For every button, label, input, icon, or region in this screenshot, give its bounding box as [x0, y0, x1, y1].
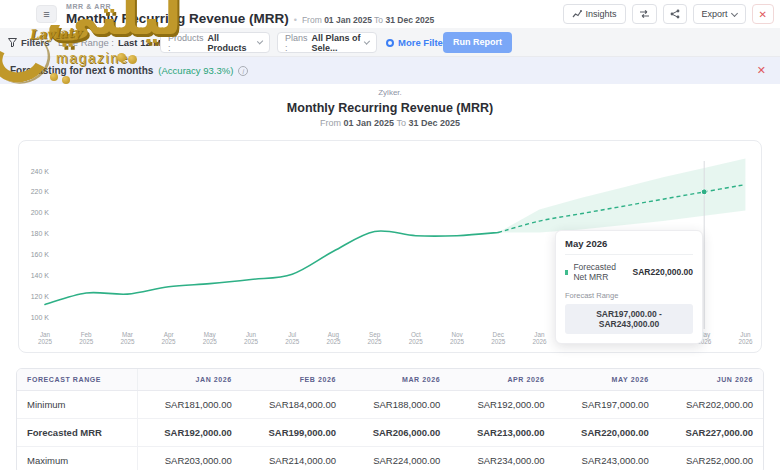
forecast-table: Forecast RangeJan 2026Feb 2026Mar 2026Ap…: [17, 369, 763, 470]
table-cell: SAR192,000.00: [137, 419, 242, 447]
dot-separator: •: [294, 15, 297, 25]
forecast-accuracy: (Accuracy 93.3%): [158, 65, 233, 76]
tooltip-range-label: Forecast Range: [565, 291, 693, 300]
y-axis-tick: 120 K: [31, 293, 50, 300]
table-column-header: Apr 2026: [450, 369, 554, 391]
run-report-button[interactable]: Run Report: [443, 32, 512, 53]
to-date: 31 Dec 2025: [385, 15, 434, 25]
table-cell: SAR214,000.00: [242, 447, 346, 470]
chart-header: Zylker. Monthly Recurring Revenue (MRR) …: [0, 88, 780, 128]
brand-name: Zylker.: [0, 88, 780, 97]
customize-button[interactable]: [632, 4, 657, 24]
table-column-header: Jun 2026: [659, 369, 763, 391]
page-title: Monthly Recurring Revenue (MRR): [66, 11, 289, 26]
insights-button[interactable]: Insights: [563, 4, 626, 24]
x-axis-tick: Jan2025: [38, 331, 53, 345]
header-date-range: From 01 Jan 2025 To 31 Dec 2025: [302, 15, 434, 25]
tooltip-series-label: Forecasted Net MRR: [573, 262, 627, 282]
table-cell: SAR206,000.00: [346, 419, 450, 447]
report-category: MRR & ARR: [66, 3, 434, 10]
x-axis-tick: Jun2026: [738, 331, 753, 345]
funnel-icon: [8, 38, 17, 47]
x-axis-tick: Aug2025: [326, 331, 341, 345]
y-axis-tick: 140 K: [31, 272, 50, 279]
x-axis-tick: Nov2025: [450, 331, 465, 345]
y-axis-tick: 240 K: [31, 168, 50, 175]
forecast-banner-text: Forecasting for next 6 months: [10, 65, 153, 76]
tooltip-series-value: SAR220,000.00: [633, 267, 694, 277]
x-axis-tick: Oct2025: [409, 331, 424, 345]
x-axis-tick: Dec2025: [491, 331, 506, 345]
from-label: From: [302, 15, 322, 25]
filters-label: Filters: [21, 37, 50, 48]
forecast-banner: Forecasting for next 6 months (Accuracy …: [0, 57, 780, 84]
products-value: All Products: [208, 33, 254, 53]
top-actions: Insights Export ✕: [563, 4, 774, 24]
highlight-point: [701, 189, 707, 195]
table-cell: SAR199,000.00: [242, 419, 346, 447]
table-cell: SAR181,000.00: [137, 391, 242, 419]
table-column-header: Mar 2026: [346, 369, 450, 391]
table-column-header: May 2026: [554, 369, 658, 391]
export-button[interactable]: Export: [693, 4, 746, 24]
table-column-header: Forecast Range: [17, 369, 137, 391]
swap-arrows-icon: [639, 9, 650, 19]
header-meta: MRR & ARR Monthly Recurring Revenue (MRR…: [66, 3, 434, 26]
x-axis-tick: Mar2025: [120, 331, 135, 345]
table-cell: SAR220,000.00: [554, 419, 658, 447]
y-axis-tick: 160 K: [31, 251, 50, 258]
table-header: Forecast RangeJan 2026Feb 2026Mar 2026Ap…: [17, 369, 763, 391]
banner-close-icon[interactable]: ✕: [757, 64, 770, 77]
table-cell: SAR202,000.00: [659, 391, 763, 419]
chevron-down-icon: [731, 9, 738, 16]
table-cell: SAR252,000.00: [659, 447, 763, 470]
table-row: MinimumSAR181,000.00SAR184,000.00SAR188,…: [17, 391, 763, 419]
to-label: To: [396, 118, 406, 128]
table-cell: SAR234,000.00: [450, 447, 554, 470]
export-label: Export: [702, 9, 728, 19]
table-cell: SAR203,000.00: [137, 447, 242, 470]
plans-label: Plans :: [285, 33, 308, 53]
tooltip-title: May 2026: [565, 238, 693, 255]
table-cell: SAR227,000.00: [659, 419, 763, 447]
x-axis-tick: Jul2025: [285, 331, 300, 345]
from-date: 01 Jan 2025: [324, 15, 372, 25]
plans-dropdown[interactable]: Plans : All Plans of Sele...: [277, 32, 377, 53]
close-report-button[interactable]: ✕: [752, 4, 774, 24]
tooltip-range-value: SAR197,000.00 - SAR243,000.00: [565, 304, 693, 334]
table-body: MinimumSAR181,000.00SAR184,000.00SAR188,…: [17, 391, 763, 470]
more-filters-button[interactable]: More Filters: [386, 28, 452, 57]
from-label: From: [320, 118, 341, 128]
more-filters-icon: [386, 39, 394, 47]
share-button[interactable]: [663, 4, 687, 24]
products-label: Products :: [168, 33, 204, 53]
table-row: MaximumSAR203,000.00SAR214,000.00SAR224,…: [17, 447, 763, 470]
y-axis-tick: 100 K: [31, 314, 50, 321]
products-dropdown[interactable]: Products : All Products: [160, 32, 270, 53]
info-icon[interactable]: i: [238, 66, 248, 76]
from-date: 01 Jan 2025: [344, 118, 395, 128]
table-cell: SAR192,000.00: [450, 391, 554, 419]
chart-title: Monthly Recurring Revenue (MRR): [0, 101, 780, 115]
table-column-header: Jan 2026: [137, 369, 242, 391]
y-axis-tick: 180 K: [31, 230, 50, 237]
y-axis-tick: 200 K: [31, 209, 50, 216]
x-axis-tick: Jan2026: [532, 331, 547, 345]
table-cell: Forecasted MRR: [17, 419, 137, 447]
filters-toggle[interactable]: Filters: [8, 28, 50, 57]
x-axis-tick: Feb2025: [79, 331, 94, 345]
table-cell: SAR243,000.00: [554, 447, 658, 470]
table-cell: SAR213,000.00: [450, 419, 554, 447]
insights-label: Insights: [586, 9, 617, 19]
x-axis-tick: Sep2025: [368, 331, 383, 345]
forecast-table-card: Forecast RangeJan 2026Feb 2026Mar 2026Ap…: [16, 368, 764, 470]
actual-mrr-line: [45, 231, 498, 305]
x-axis-tick: Apr2025: [162, 331, 177, 345]
chevron-down-icon: [256, 38, 263, 45]
x-axis-tick: Jun2025: [244, 331, 259, 345]
chevron-down-icon: [364, 38, 370, 44]
top-header: ≡ MRR & ARR Monthly Recurring Revenue (M…: [0, 0, 780, 28]
legend-marker-icon: [565, 270, 568, 275]
chart-tooltip: May 2026 Forecasted Net MRR SAR220,000.0…: [555, 230, 703, 344]
hamburger-menu-icon[interactable]: ≡: [36, 5, 57, 23]
